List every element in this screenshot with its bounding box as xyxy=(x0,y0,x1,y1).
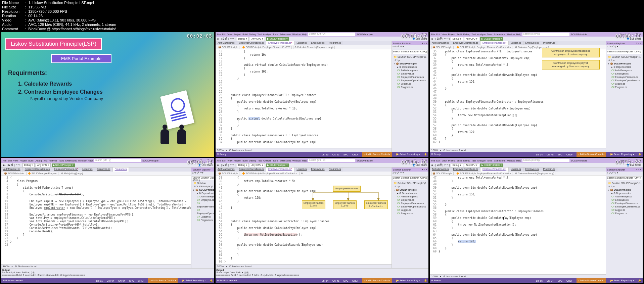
vs-titlebar[interactable]: FileEditViewProjectBuildDebugTestAnalyze… xyxy=(430,32,643,37)
menu-item[interactable]: View xyxy=(442,33,447,36)
explorer-search[interactable]: Search Solution Explorer (Ctrl+;) xyxy=(607,50,642,54)
search-box[interactable]: Search (Ctrl+Q) xyxy=(94,159,141,162)
menu-item[interactable]: View xyxy=(13,159,18,162)
editor-tab[interactable]: Logger.cs xyxy=(509,41,523,45)
start-button[interactable]: ▶ SOLIDPrinciple ▾ xyxy=(266,163,289,167)
tree-file[interactable]: C# EmployeeFinances.cs xyxy=(607,76,642,79)
editor-tab[interactable]: EmployeeFinances.cs* xyxy=(480,41,509,45)
source-control-button[interactable]: ↑ Add to Source Control ▴ xyxy=(362,278,392,283)
menu-item[interactable]: File xyxy=(431,33,435,36)
breadcrumb[interactable]: 📦 SOLIDPrinciple🔶 SOLIDPrinciple.Employe… xyxy=(216,45,392,49)
vs-titlebar[interactable]: FileEditViewProjectBuildDebugTestAnalyze… xyxy=(216,32,428,37)
editor-tab[interactable]: Program.cs xyxy=(541,168,558,172)
tree-file[interactable]: C# Logger.cs xyxy=(192,215,214,219)
breadcrumb[interactable]: 📦 SOLIDPrinciple🔶 SOLIDPrinciple.Program… xyxy=(1,172,191,176)
editor-tab[interactable]: EmployeeOperations.cs xyxy=(237,41,266,45)
menu-item[interactable]: Help xyxy=(516,159,521,162)
menu-item[interactable]: Test xyxy=(471,159,476,162)
menu-item[interactable]: Help xyxy=(302,159,307,162)
config-dropdown[interactable]: Debug ▾ xyxy=(237,163,249,167)
start-button[interactable]: ▶ SOLIDPrinciple ▾ xyxy=(480,163,503,167)
menu-item[interactable]: View xyxy=(442,159,447,162)
solution-explorer[interactable]: Solution Explorer▾ ▫ ✕⌂ ⟳ 🖉 ⚲ ▾Search So… xyxy=(606,41,643,152)
search-box[interactable]: Search (Ctrl+Q) xyxy=(522,159,569,162)
editor-tab[interactable]: Program.cs xyxy=(541,41,558,45)
tree-file[interactable]: C# EmployeeOperations.cs xyxy=(192,208,214,215)
menu-item[interactable]: File xyxy=(217,159,221,162)
output-panel[interactable]: OutputShow output from: Build ▾ | ⎙ ⎘===… xyxy=(216,268,428,278)
tree-file[interactable]: C# EmployeeFinances.cs xyxy=(393,202,428,205)
vs-toolbar[interactable]: ◉ ◦ | 🖫 🗐 | ↶ ↷ | Debug ▾ Any CPU ▾ ▶ SO… xyxy=(430,37,643,41)
breadcrumb[interactable]: 📦 SOLIDPrinciple🔶 SOLIDPrinciple.Employe… xyxy=(430,172,606,176)
vs-toolbar[interactable]: ◉ ◦ | 🖫 🗐 | ↶ ↷ | Debug ▾ Any CPU ▾ ▶ SO… xyxy=(216,37,428,41)
error-list-bar[interactable]: 100%▾⊘ No issues found xyxy=(430,274,606,278)
menu-item[interactable]: Extensions xyxy=(280,159,291,162)
code-editor[interactable]: 3{4 class Program5 {6 static void Main(s… xyxy=(1,176,191,264)
menu-item[interactable]: Analyze xyxy=(263,33,271,36)
editor-tab[interactable]: Logger.cs xyxy=(294,168,309,172)
editor-tab[interactable]: EmployeeFinances.cs* xyxy=(266,41,294,45)
tree-file[interactable]: C# Program.cs xyxy=(192,219,214,222)
editor-tab[interactable]: Program.cs xyxy=(327,41,343,45)
menu-item[interactable]: Analyze xyxy=(477,33,486,36)
editor-tab[interactable]: AuthManager.cs xyxy=(430,41,451,45)
menu-item[interactable]: Project xyxy=(234,159,241,162)
menu-item[interactable]: Build xyxy=(457,159,462,162)
menu-item[interactable]: Help xyxy=(88,159,93,162)
editor-tabs[interactable]: AuthManager.csEmployeeOperations.csEmplo… xyxy=(216,168,392,172)
tree-file[interactable]: C# EmployeeFinances.cs xyxy=(393,76,428,79)
menu-item[interactable]: Edit xyxy=(436,159,440,162)
vs-toolbar[interactable]: ◉ ◦ | 🖫 🗐 | ↶ ↷ | Debug ▾ Any CPU ▾ ▶ SO… xyxy=(430,163,643,168)
menu-item[interactable]: Window xyxy=(507,159,515,162)
menu-item[interactable]: Extensions xyxy=(280,33,291,36)
source-control-button[interactable]: ↑ Add to Source Control ▴ xyxy=(577,152,606,157)
breadcrumb[interactable]: 📦 SOLIDPrinciple🔶 SOLIDPrinciple.Employe… xyxy=(216,172,392,176)
editor-tabs[interactable]: AuthManager.csEmployeeOperations.csEmplo… xyxy=(1,168,191,172)
editor-tab[interactable]: EmployeeOperations.cs xyxy=(451,41,480,45)
editor-tab[interactable]: EmployeeOperations.cs xyxy=(451,168,480,172)
menu-item[interactable]: Debug xyxy=(249,33,256,36)
menu-item[interactable]: Test xyxy=(471,33,476,36)
start-button[interactable]: ▶ SOLIDPrinciple ▾ xyxy=(266,37,289,41)
editor-tab[interactable]: AuthManager.cs xyxy=(430,168,451,172)
vs-toolbar[interactable]: ◉ ◦ | 🖫 🗐 | ↶ ↷ | Debug ▾ Any CPU ▾ ▶ SO… xyxy=(1,163,214,168)
menu-item[interactable]: Extensions xyxy=(494,33,505,36)
menu-item[interactable]: Test xyxy=(257,33,262,36)
menu-item[interactable]: Analyze xyxy=(49,159,57,162)
output-panel[interactable]: OutputShow output from: Build ▾ | ⎙ ⎘===… xyxy=(1,268,214,278)
menu-item[interactable]: Analyze xyxy=(477,159,486,162)
editor-tab[interactable]: EmployeeFinances.cs* xyxy=(266,168,294,172)
editor-tab[interactable]: Employee.cs xyxy=(309,41,327,45)
tree-file[interactable]: C# Logger.cs xyxy=(393,82,428,86)
vs-titlebar[interactable]: FileEditViewProjectBuildDebugTestAnalyze… xyxy=(216,158,428,163)
tree-file[interactable]: C# AuthManager.cs xyxy=(393,195,428,198)
menu-item[interactable]: Tools xyxy=(273,33,278,36)
editor-tabs[interactable]: AuthManager.csEmployeeOperations.csEmplo… xyxy=(216,41,392,45)
source-control-button[interactable]: ↑ Add to Source Control ▴ xyxy=(148,278,178,283)
menu-item[interactable]: Project xyxy=(234,33,241,36)
solution-explorer[interactable]: Solution Explorer▾ ▫ ✕⌂ ⟳ 🖉 ⚲ ▾Search So… xyxy=(392,41,428,152)
editor-tab[interactable]: Employee.cs xyxy=(309,168,327,172)
menu-item[interactable]: Extensions xyxy=(494,159,505,162)
start-button[interactable]: ▶ SOLIDPrinciple ▾ xyxy=(52,163,75,167)
tree-file[interactable]: C# EmployeeFinances.cs xyxy=(607,202,642,205)
menu-item[interactable]: Edit xyxy=(222,33,226,36)
menu-item[interactable]: Test xyxy=(257,159,262,162)
tree-file[interactable]: C# Program.cs xyxy=(393,212,428,215)
editor-tab[interactable]: AuthManager.cs xyxy=(1,168,23,172)
search-box[interactable]: Search (Ctrl+Q) xyxy=(308,159,355,162)
editor-tab[interactable]: EmployeeFinances.cs* xyxy=(480,168,509,172)
editor-tab[interactable]: EmployeeFinances.cs* xyxy=(52,168,80,172)
solution-explorer[interactable]: Solution Explorer▾ ▫ ✕⌂ ⟳ 🖉 ⚲ ▾Search So… xyxy=(392,168,428,268)
error-list-bar[interactable]: 100%▾⊘ No issues found xyxy=(216,264,392,268)
menu-item[interactable]: Help xyxy=(516,33,521,36)
tree-file[interactable]: C# Logger.cs xyxy=(607,82,642,86)
editor-tab[interactable]: Logger.cs xyxy=(80,168,95,172)
tree-file[interactable]: C# Employee.cs xyxy=(192,198,214,202)
editor-tabs[interactable]: AuthManager.csEmployeeOperations.csEmplo… xyxy=(430,41,606,45)
vs-titlebar[interactable]: FileEditViewProjectBuildDebugTestAnalyze… xyxy=(1,158,214,163)
menu-item[interactable]: File xyxy=(3,159,6,162)
menu-item[interactable]: View xyxy=(227,159,232,162)
tree-file[interactable]: C# Logger.cs xyxy=(607,208,642,212)
editor-tab[interactable]: Employee.cs xyxy=(523,168,541,172)
